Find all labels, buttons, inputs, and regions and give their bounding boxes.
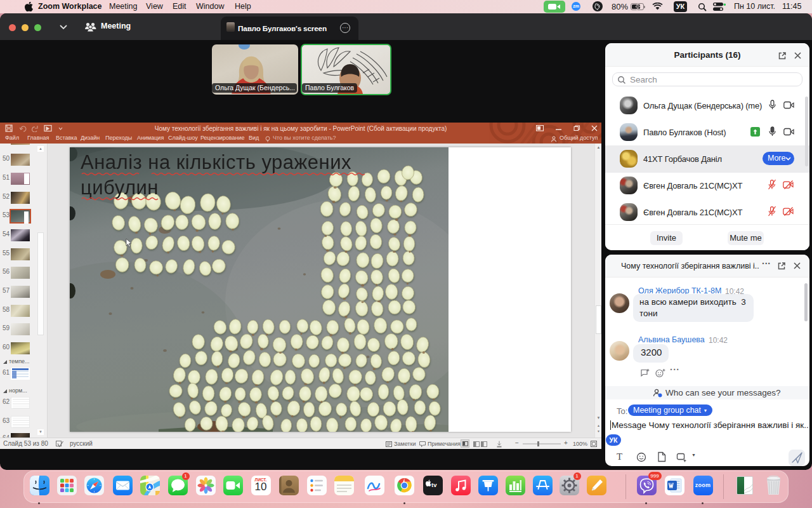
svg-text:tv: tv (431, 481, 437, 488)
